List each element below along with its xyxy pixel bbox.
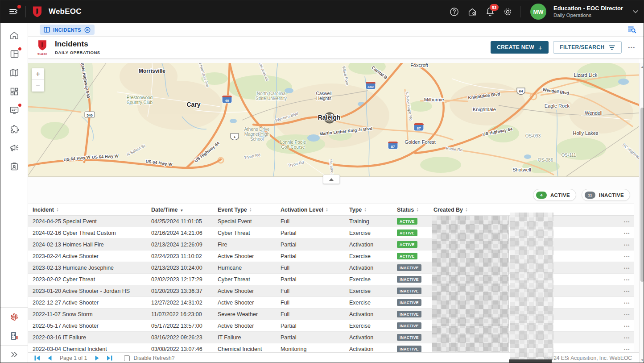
- column-header-incident[interactable]: Incident▲▼: [28, 204, 147, 216]
- column-header-date-time[interactable]: Date/Time▼: [147, 204, 213, 216]
- zoom-in-button[interactable]: +: [32, 68, 44, 80]
- incidents-map[interactable]: ! 404408787641540 MorrisvilleCaryRaleigh…: [28, 63, 639, 177]
- user-menu[interactable]: Education - EOC Director Daily Operation…: [553, 5, 623, 19]
- status-badge: INACTIVE: [397, 276, 421, 283]
- incident-cell: 2023-02-13 Hurricane Josephine: [28, 262, 147, 274]
- column-label: Event Type: [218, 207, 247, 213]
- scroll-up-arrow[interactable]: ▲: [640, 64, 644, 69]
- route-shield: 1: [231, 134, 239, 140]
- sidebar-item-contacts[interactable]: [0, 157, 28, 176]
- menu-toggle-button[interactable]: [5, 4, 22, 19]
- disable-refresh-checkbox[interactable]: [124, 355, 130, 361]
- incident-cell: 2024-04-25 Special Event: [28, 216, 147, 227]
- row-actions-button[interactable]: •••: [624, 336, 630, 340]
- vertical-scrollbar[interactable]: ▲ ▼: [639, 63, 644, 363]
- sidebar-item-global-network[interactable]: [0, 308, 28, 326]
- activation-level-cell: Full: [276, 262, 345, 274]
- sidebar-expand-button[interactable]: [0, 346, 28, 363]
- last-page-button[interactable]: [103, 355, 116, 361]
- status-cell: INACTIVE: [392, 309, 429, 320]
- row-actions-button[interactable]: •••: [624, 231, 630, 236]
- help-button[interactable]: [447, 4, 462, 19]
- tab-incidents[interactable]: INCIDENTS: [40, 25, 95, 35]
- status-badge: ACTIVE: [397, 253, 417, 259]
- row-actions-button[interactable]: •••: [624, 278, 630, 282]
- chevron-up-icon: [329, 178, 334, 181]
- scroll-down-arrow[interactable]: ▼: [640, 357, 644, 363]
- column-label: Incident: [33, 207, 54, 213]
- notifications-button[interactable]: 53: [483, 4, 498, 19]
- map-label: Milburnie: [424, 97, 444, 102]
- map-label: Cary: [186, 101, 200, 108]
- active-filter-label: ACTIVE: [550, 192, 570, 198]
- column-label: Activation Level: [281, 207, 323, 213]
- column-header-event-type[interactable]: Event Type▲▼: [213, 204, 276, 216]
- row-actions-button[interactable]: •••: [624, 301, 630, 305]
- row-actions-button[interactable]: •••: [624, 220, 630, 224]
- last-page-icon: [107, 355, 112, 361]
- zoom-out-button[interactable]: −: [32, 80, 44, 92]
- row-actions-button[interactable]: •••: [624, 324, 630, 329]
- first-page-button[interactable]: [31, 355, 44, 361]
- next-page-button[interactable]: [91, 355, 103, 361]
- sidebar-item-organization[interactable]: [0, 326, 28, 345]
- row-actions-button[interactable]: •••: [624, 243, 630, 247]
- row-actions-button[interactable]: •••: [624, 289, 630, 294]
- search-boards-button[interactable]: [626, 25, 638, 35]
- status-badge: INACTIVE: [397, 346, 421, 352]
- sidebar-item-announcements[interactable]: [0, 138, 28, 157]
- sidebar-item-board-prompts[interactable]: [0, 101, 28, 120]
- sidebar-item-maps[interactable]: [0, 63, 28, 82]
- filter-search-button[interactable]: FILTER/SEARCH: [553, 41, 622, 54]
- top-bar: WebEOC: [0, 0, 644, 23]
- column-header-activation-level[interactable]: Activation Level▲▼: [276, 204, 345, 216]
- map-label: North CarolinaState University: [256, 91, 287, 101]
- create-new-button[interactable]: CREATE NEW +: [491, 41, 549, 54]
- gear-icon: [503, 7, 512, 17]
- activation-level-cell: Full: [276, 309, 345, 320]
- route-shield: 87: [414, 123, 424, 131]
- sidebar-item-home[interactable]: [0, 26, 28, 45]
- status-badge: INACTIVE: [397, 264, 421, 271]
- map-label: OS-093: [525, 134, 541, 138]
- scrollbar-thumb[interactable]: [640, 108, 644, 282]
- map-label: Shotwell: [512, 167, 531, 172]
- previous-page-button[interactable]: [44, 355, 55, 361]
- map-label: PrestonwoodCountry Club: [127, 95, 153, 105]
- route-shield: 64: [517, 88, 525, 95]
- row-actions-button[interactable]: •••: [624, 266, 630, 271]
- row-actions-button[interactable]: •••: [624, 313, 630, 317]
- inactive-count-badge: 11: [585, 192, 595, 199]
- sidebar-item-plugins[interactable]: [0, 120, 28, 138]
- board-logo: WebEOC: [36, 40, 49, 55]
- first-page-icon: [34, 355, 40, 361]
- map-label: Holly Lakes: [573, 130, 599, 136]
- sidebar-item-dashboards[interactable]: [0, 82, 28, 101]
- datetime-cell: 11/07/2022 16:23:00: [147, 309, 213, 320]
- status-badge: INACTIVE: [397, 334, 421, 341]
- column-header-status[interactable]: Status▲▼: [392, 204, 429, 216]
- filter-inactive-button[interactable]: 11 INACTIVE: [582, 189, 630, 201]
- settings-button[interactable]: [500, 4, 516, 19]
- menu-collapse-icon: [8, 7, 18, 16]
- column-header-type[interactable]: Type▲▼: [345, 204, 392, 216]
- board-prompt-icon: [9, 106, 19, 115]
- collapse-map-button[interactable]: [323, 175, 340, 184]
- header-more-button[interactable]: •••: [626, 45, 637, 50]
- topbar-divider: [520, 6, 520, 17]
- row-actions-button[interactable]: •••: [624, 347, 630, 352]
- chevron-down-icon[interactable]: [633, 10, 638, 13]
- disable-refresh-control[interactable]: Disable Refresh?: [124, 355, 174, 361]
- close-tab-icon[interactable]: [84, 27, 91, 33]
- status-cell: ACTIVE: [392, 216, 429, 227]
- webeoc-app: WebEOC: [0, 0, 644, 363]
- sidebar-item-boards[interactable]: [0, 45, 28, 63]
- home-settings-button[interactable]: [465, 4, 480, 19]
- sort-icon: ▲▼: [326, 208, 328, 212]
- filter-active-button[interactable]: 4 ACTIVE: [533, 189, 576, 201]
- type-cell: Exercise: [345, 320, 392, 332]
- row-actions-button[interactable]: •••: [624, 255, 630, 259]
- avatar[interactable]: MW: [530, 4, 546, 20]
- activation-level-cell: Partial: [276, 250, 345, 262]
- event-type-cell: Severe Weather: [213, 309, 276, 320]
